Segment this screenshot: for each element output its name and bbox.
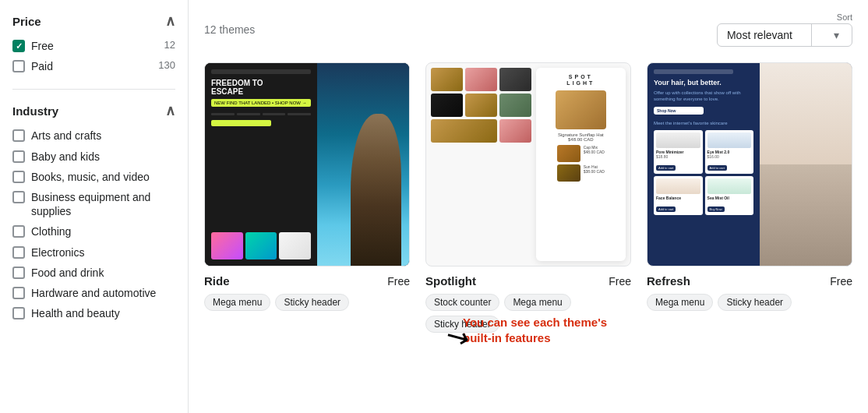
refresh-product-3: Face Balance Add to cart bbox=[654, 176, 703, 215]
ride-tag-0[interactable]: Mega menu bbox=[204, 294, 270, 311]
electronics-label: Electronics bbox=[31, 245, 84, 259]
sort-wrapper: Sort Most relevant ▾ bbox=[717, 12, 852, 47]
theme-card-spotlight[interactable]: SPOTLIGHT Signature Sunflap Hat $48.00 C… bbox=[425, 62, 631, 267]
industry-filter-label: Industry bbox=[12, 104, 58, 118]
refresh-price: Free bbox=[830, 275, 852, 288]
ride-product-3 bbox=[279, 232, 311, 259]
industry-electronics-item[interactable]: Electronics bbox=[12, 245, 175, 259]
sort-divider bbox=[811, 24, 812, 46]
sidebar: Price ∧ Free 12 Paid 130 Industry ∧ bbox=[0, 0, 189, 413]
theme-card-refresh[interactable]: Your hair, but better. Offer up with col… bbox=[647, 62, 852, 267]
spotlight-tag-0[interactable]: Stock counter bbox=[425, 294, 499, 311]
ride-info: Ride Free bbox=[204, 274, 410, 288]
price-filter-label: Price bbox=[12, 15, 41, 28]
arts-checkbox[interactable] bbox=[12, 129, 25, 142]
spotlight-tag-1[interactable]: Mega menu bbox=[504, 294, 570, 311]
ride-tags: Mega menu Sticky header bbox=[204, 294, 410, 311]
themes-grid: FREEDOM TOESCAPE NEW FIND THAT LANDED • … bbox=[204, 62, 852, 267]
spotlight-price: Free bbox=[609, 275, 631, 288]
free-checkbox[interactable] bbox=[12, 40, 25, 52]
spotlight-hat-dark bbox=[499, 68, 531, 91]
industry-books-item[interactable]: Books, music, and video bbox=[12, 170, 175, 184]
refresh-tag-1[interactable]: Sticky header bbox=[718, 294, 792, 311]
spotlight-tags: Stock counter Mega menu Sticky header bbox=[425, 294, 631, 333]
food-checkbox[interactable] bbox=[12, 267, 25, 279]
spotlight-hat-tan bbox=[431, 68, 463, 91]
industry-hardware-item[interactable]: Hardware and automotive bbox=[12, 286, 175, 300]
sort-value: Most relevant bbox=[727, 29, 792, 41]
sort-label: Sort bbox=[837, 12, 852, 22]
ride-price: Free bbox=[387, 275, 410, 288]
ride-tag-1[interactable]: Sticky header bbox=[275, 294, 349, 311]
refresh-info: Refresh Free bbox=[647, 274, 852, 288]
main-content: 12 themes Sort Most relevant ▾ FREEDOM T… bbox=[189, 0, 868, 413]
free-count: 12 bbox=[164, 39, 175, 51]
baby-label: Baby and kids bbox=[31, 150, 100, 164]
paid-checkbox[interactable] bbox=[12, 60, 25, 72]
spotlight-preview: SPOTLIGHT Signature Sunflap Hat $48.00 C… bbox=[425, 62, 631, 267]
refresh-preview: Your hair, but better. Offer up with col… bbox=[647, 62, 852, 267]
baby-checkbox[interactable] bbox=[12, 150, 25, 163]
spotlight-hat-pink bbox=[465, 68, 497, 91]
refresh-product-2: Eye Mist 2.0 $16.00 Add to cart bbox=[705, 130, 754, 174]
hardware-checkbox[interactable] bbox=[12, 287, 25, 299]
electronics-checkbox[interactable] bbox=[12, 246, 25, 259]
arts-label: Arts and crafts bbox=[31, 129, 101, 143]
spotlight-name: Spotlight bbox=[425, 274, 476, 288]
industry-food-item[interactable]: Food and drink bbox=[12, 266, 175, 280]
ride-preview: FREEDOM TOESCAPE NEW FIND THAT LANDED • … bbox=[204, 62, 410, 267]
health-label: Health and beauty bbox=[31, 306, 120, 320]
industry-baby-item[interactable]: Baby and kids bbox=[12, 150, 175, 164]
spotlight-logo: SPOTLIGHT bbox=[566, 74, 595, 86]
industry-business-item[interactable]: Business equipment and supplies bbox=[12, 190, 175, 218]
books-label: Books, music, and video bbox=[31, 170, 150, 184]
industry-filter-section: Industry ∧ Arts and crafts Baby and kids… bbox=[12, 102, 175, 320]
refresh-product-1: Pore Minimizer $18.80 Add to cart bbox=[654, 130, 703, 174]
paid-count: 130 bbox=[158, 59, 175, 71]
spotlight-main-img bbox=[556, 90, 606, 129]
spotlight-info: Spotlight Free bbox=[425, 274, 631, 288]
business-label: Business equipment and supplies bbox=[31, 190, 175, 218]
refresh-tags: Mega menu Sticky header bbox=[647, 294, 852, 311]
ride-product-1 bbox=[211, 232, 243, 259]
price-free-item[interactable]: Free 12 bbox=[12, 39, 175, 53]
spotlight-tag-2[interactable]: Sticky header bbox=[425, 316, 499, 333]
paid-label: Paid bbox=[31, 59, 53, 73]
industry-clothing-item[interactable]: Clothing bbox=[12, 224, 175, 238]
free-label: Free bbox=[31, 39, 54, 53]
ride-name: Ride bbox=[204, 274, 230, 288]
industry-health-item[interactable]: Health and beauty bbox=[12, 306, 175, 320]
refresh-name: Refresh bbox=[647, 274, 690, 288]
industry-chevron-icon: ∧ bbox=[165, 102, 175, 119]
sort-chevron-icon[interactable]: ▾ bbox=[831, 29, 842, 41]
sort-select[interactable]: Most relevant ▾ bbox=[717, 23, 852, 47]
refresh-tag-0[interactable]: Mega menu bbox=[647, 294, 713, 311]
industry-arts-item[interactable]: Arts and crafts bbox=[12, 129, 175, 143]
clothing-label: Clothing bbox=[31, 224, 71, 238]
business-checkbox[interactable] bbox=[12, 191, 25, 203]
theme-card-ride[interactable]: FREEDOM TOESCAPE NEW FIND THAT LANDED • … bbox=[204, 62, 410, 267]
price-filter-header[interactable]: Price ∧ bbox=[12, 12, 175, 30]
refresh-product-4: Sea Mist Oil Buy Now bbox=[705, 176, 754, 215]
spotlight-hat-tan2 bbox=[465, 94, 497, 117]
price-paid-item[interactable]: Paid 130 bbox=[12, 59, 175, 73]
hardware-label: Hardware and automotive bbox=[31, 286, 156, 300]
industry-filter-header[interactable]: Industry ∧ bbox=[12, 102, 175, 119]
sidebar-divider bbox=[12, 89, 175, 90]
health-checkbox[interactable] bbox=[12, 307, 25, 319]
books-checkbox[interactable] bbox=[12, 171, 25, 183]
clothing-checkbox[interactable] bbox=[12, 225, 25, 238]
price-filter-section: Price ∧ Free 12 Paid 130 bbox=[12, 12, 175, 73]
themes-count: 12 themes bbox=[204, 23, 255, 36]
ride-top-bar bbox=[211, 69, 311, 74]
ride-product-2 bbox=[245, 232, 277, 259]
price-chevron-icon: ∧ bbox=[165, 12, 175, 30]
main-header: 12 themes Sort Most relevant ▾ bbox=[204, 12, 852, 47]
food-label: Food and drink bbox=[31, 266, 104, 280]
